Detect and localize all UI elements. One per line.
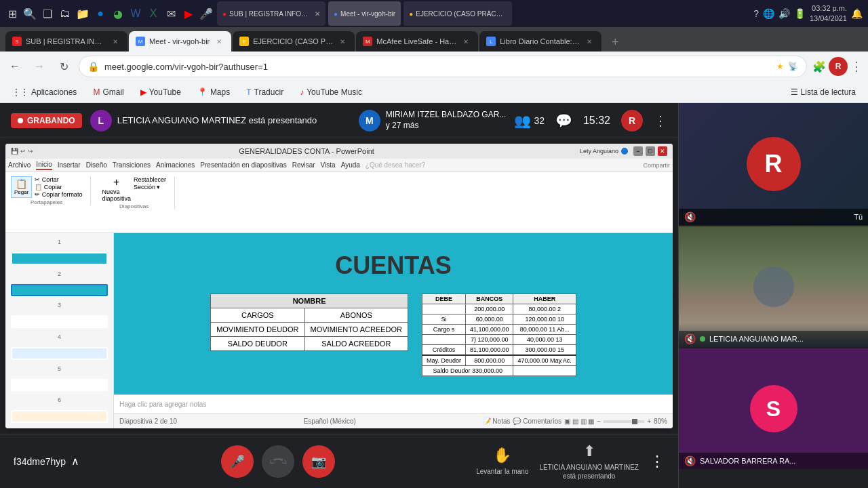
more-options-button[interactable]: ⋮ [650, 453, 665, 470]
ppt-minimize[interactable]: − [633, 146, 643, 156]
tab-title-2: Meet - vir-vgoh-bir [149, 37, 210, 45]
windows-store-icon[interactable]: 🗂 [58, 7, 72, 20]
present-action[interactable]: ⬆ LETICIA ANGUIANO MARTINEZestá presenta… [539, 443, 639, 481]
mic-off-icon: 🎤 [230, 454, 245, 469]
menu-inicio[interactable]: Inicio [36, 161, 52, 170]
slide-thumb-2[interactable]: CUENTAS [11, 284, 108, 297]
cast-icon[interactable]: 📡 [788, 62, 798, 71]
mute-button[interactable]: 🎤 [221, 445, 254, 478]
tab-meet[interactable]: M Meet - vir-vgoh-bir ✕ [129, 31, 231, 52]
tab-close-3[interactable]: ✕ [337, 36, 348, 47]
menu-transiciones[interactable]: Transiciones [113, 161, 151, 169]
menu-vista[interactable]: Vista [321, 161, 336, 169]
ppt-close[interactable]: ✕ [658, 146, 667, 156]
network-icon[interactable]: 🌐 [763, 8, 774, 19]
meet-more-options[interactable]: ⋮ [654, 113, 667, 129]
banco-row-5: Créditos 81,100,000.00 300,000.00 15 [422, 345, 576, 356]
battery-icon: 🔋 [794, 8, 806, 19]
bookmark-youtube-music[interactable]: ♪ YouTube Music [296, 86, 366, 98]
bookmark-youtube[interactable]: ▶ YouTube [136, 86, 185, 98]
chrome-icon[interactable]: ◕ [111, 7, 125, 20]
taskbar-app-2[interactable]: ● Meet - vir-vgoh-bir [328, 1, 401, 26]
comments-icon[interactable]: 💬 Comentarios [513, 418, 561, 425]
zoom-minus[interactable]: − [597, 418, 601, 425]
task-view-icon[interactable]: ❑ [41, 7, 54, 20]
tab-registra[interactable]: S SUB | REGISTRA INFORMACI... ✕ [5, 31, 127, 52]
reload-button[interactable]: ↻ [54, 57, 73, 76]
salvador-video-overlay: 🔇 SALVADOR BARRERA RA... [679, 453, 868, 469]
salvador-video: S 🔇 SALVADOR BARRERA RA... [679, 347, 868, 469]
forward-button[interactable]: → [30, 57, 49, 76]
tab-close-2[interactable]: ✕ [214, 36, 224, 47]
tab-close-4[interactable]: ✕ [460, 36, 471, 47]
mic-icon[interactable]: 🎤 [199, 7, 213, 20]
menu-ayuda[interactable]: Ayuda [341, 161, 360, 169]
mail-icon[interactable]: ✉ [164, 7, 178, 20]
bookmark-gmail[interactable]: M Gmail [89, 86, 127, 98]
start-button[interactable]: ⊞ [5, 7, 19, 20]
youtube-bookmark-icon: ▶ [140, 87, 146, 97]
menu-presentacion[interactable]: Presentación en diapositivas [200, 161, 286, 169]
slide-thumb-6[interactable]: A B [11, 410, 108, 423]
tab-title-4: McAfee LiveSafe - Ha caduc... [376, 37, 456, 45]
slide-thumb-4[interactable]: ≡ [11, 347, 108, 360]
ppt-maximize[interactable]: □ [646, 146, 655, 156]
menu-revisar[interactable]: Revisar [292, 161, 315, 169]
menu-diseno[interactable]: Diseño [86, 161, 107, 169]
raise-hand-action[interactable]: ✋ Levantar la mano [476, 447, 528, 476]
url-bar[interactable]: 🔒 meet.google.com/vir-vgoh-bir?authuser=… [79, 56, 807, 77]
mov-acreedor-cell: MOVIMIENTO ACREEDOR [304, 323, 408, 337]
youtube-icon[interactable]: ▶ [182, 7, 195, 20]
back-button[interactable]: ← [5, 57, 24, 76]
star-icon[interactable]: ★ [776, 62, 784, 71]
taskbar-app-1[interactable]: ● SUB | REGISTRA INFORMACI... ✕ [217, 1, 326, 26]
file-explorer-icon[interactable]: 📁 [76, 7, 90, 20]
bookmark-traducir[interactable]: T Traducir [242, 86, 288, 98]
camera-button[interactable]: 📷 [302, 445, 335, 478]
bookmark-aplicaciones[interactable]: ⋮⋮ Aplicaciones [8, 86, 81, 98]
tab-close-5[interactable]: ✕ [584, 36, 595, 47]
tab-mcafee[interactable]: M McAfee LiveSafe - Ha caduc... ✕ [356, 31, 478, 52]
bookmark-lista-lectura[interactable]: ☰ Lista de lectura [787, 86, 860, 98]
settings-icon[interactable]: ⋮ [850, 59, 863, 74]
participants-button[interactable]: 👥 32 [514, 113, 545, 129]
slide-notes[interactable]: Haga clic para agregar notas [114, 394, 673, 413]
slide-main[interactable]: CUENTAS NOMBRE CARGOS [114, 233, 673, 394]
slide-content-area: CUENTAS NOMBRE CARGOS [114, 233, 673, 428]
slide-thumb-3[interactable]: ▬▬ [11, 315, 108, 328]
ppt-icon-1: 💾 [11, 148, 18, 155]
new-tab-button[interactable]: + [606, 33, 625, 52]
ppt-icon-2: ↩ [20, 148, 26, 155]
notification-icon[interactable]: 🔔 [851, 8, 863, 19]
menu-insertar[interactable]: Insertar [58, 161, 81, 169]
extensions-icon[interactable]: 🧩 [812, 60, 826, 73]
hangup-button[interactable]: 📞 [262, 445, 294, 478]
zoom-plus[interactable]: + [647, 418, 651, 425]
bookmark-maps[interactable]: 📍 Maps [193, 86, 234, 98]
ppt-body: 1 GENERALIDADES DE LA CONTABILIDAD GENER… [5, 233, 673, 428]
menu-archivo[interactable]: Archivo [8, 161, 31, 169]
notes-icon[interactable]: 📝 Notas [483, 418, 511, 425]
meeting-code: f34dme7hyp [14, 456, 66, 467]
chevron-up-icon[interactable]: ∧ [71, 455, 79, 468]
url-text[interactable]: meet.google.com/vir-vgoh-bir?authuser=1 [104, 62, 771, 72]
tab-close-1[interactable]: ✕ [110, 36, 121, 47]
presenter-name: LETICIA ANGUIANO MARTINEZ está presentan… [117, 115, 317, 125]
volume-icon[interactable]: 🔊 [778, 8, 790, 19]
slide-thumb-5[interactable]: ▬▬ [11, 379, 108, 392]
menu-search[interactable]: ¿Qué desea hacer? [366, 161, 425, 169]
search-icon[interactable]: 🔍 [23, 7, 37, 20]
taskbar-app-3[interactable]: ● EJERCICIO (CASO PRÁCTICO) [403, 1, 512, 26]
menu-animaciones[interactable]: Animaciones [156, 161, 195, 169]
profile-icon[interactable]: R [829, 57, 848, 76]
help-icon[interactable]: ? [753, 8, 759, 19]
zoom-bar[interactable] [604, 420, 644, 423]
chat-button[interactable]: 💬 [555, 113, 572, 129]
edge-icon[interactable]: ● [94, 7, 107, 20]
tab-libro[interactable]: L Libro Diario Contable: ¿Cóm... ✕ [479, 31, 601, 52]
slide-thumb-1[interactable]: GENERALIDADES DE LA CONTABILIDAD GENERAL [11, 252, 108, 265]
excel-icon[interactable]: X [146, 7, 160, 20]
word-icon[interactable]: W [129, 7, 142, 20]
paste-button[interactable]: 📋 Pegar [11, 176, 32, 198]
tab-ejercicio[interactable]: E EJERCICIO (CASO PRÁCTICO) ✕ [233, 31, 355, 52]
